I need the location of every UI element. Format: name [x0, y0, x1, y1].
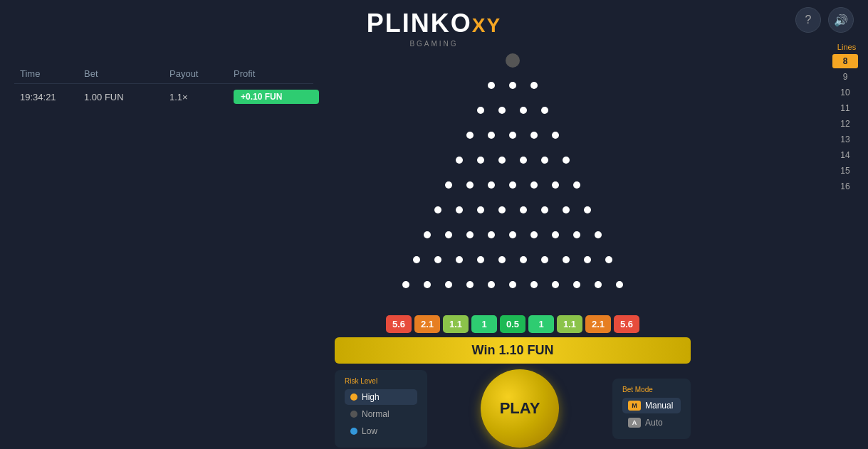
- line-option-13[interactable]: 13: [832, 132, 858, 147]
- svg-point-59: [552, 281, 559, 288]
- mode-manual[interactable]: M Manual: [622, 398, 681, 413]
- svg-point-30: [541, 206, 548, 213]
- mode-auto-label: Auto: [645, 418, 663, 428]
- multipliers-row: 5.6 2.1 1.1 1 0.5 1 1.1 2.1 5.6: [335, 315, 691, 333]
- svg-point-58: [530, 281, 538, 288]
- mult-2.1-right: 2.1: [585, 315, 611, 333]
- svg-point-15: [520, 157, 527, 164]
- risk-label: Risk Level: [345, 377, 417, 385]
- svg-point-56: [488, 281, 495, 288]
- svg-point-32: [584, 206, 591, 213]
- logo-text: PLINKOXY: [367, 9, 501, 38]
- svg-point-29: [520, 206, 527, 213]
- line-option-16[interactable]: 16: [832, 179, 858, 194]
- svg-point-43: [434, 256, 441, 263]
- lines-panel: Lines 8 9 10 11 12 13 14 15 16: [832, 43, 861, 195]
- play-button[interactable]: PLAY: [481, 369, 559, 448]
- svg-point-17: [563, 157, 570, 164]
- header-icons: ? 🔊: [795, 7, 854, 33]
- risk-normal[interactable]: Normal: [345, 406, 417, 422]
- row-bet: 1.00 FUN: [84, 92, 169, 102]
- mult-2.1-left: 2.1: [414, 315, 440, 333]
- mult-1.1-right: 1.1: [557, 315, 582, 333]
- risk-dot-high: [350, 393, 357, 401]
- svg-point-24: [573, 181, 580, 189]
- svg-point-10: [530, 132, 538, 139]
- svg-point-14: [498, 157, 506, 164]
- svg-point-48: [541, 256, 548, 263]
- svg-point-42: [413, 256, 420, 263]
- svg-point-22: [530, 181, 538, 189]
- svg-point-26: [456, 206, 463, 213]
- logo-plinko: PLINKO: [367, 9, 472, 38]
- row-payout: 1.1×: [169, 92, 234, 102]
- svg-point-28: [498, 206, 506, 213]
- table-header: Time Bet Payout Profit: [14, 64, 313, 84]
- line-option-12[interactable]: 12: [832, 117, 858, 131]
- svg-point-19: [466, 181, 474, 189]
- svg-point-16: [541, 157, 548, 164]
- manual-badge: M: [628, 401, 641, 411]
- line-option-15[interactable]: 15: [832, 164, 858, 178]
- line-option-9[interactable]: 9: [832, 70, 858, 84]
- mult-1-right: 1: [528, 315, 554, 333]
- history-table: Time Bet Payout Profit 19:34:21 1.00 FUN…: [14, 64, 313, 110]
- svg-point-61: [595, 281, 602, 288]
- plinko-ball: [506, 53, 520, 68]
- sound-icon: 🔊: [834, 14, 848, 27]
- help-button[interactable]: ?: [795, 7, 821, 33]
- line-option-10[interactable]: 10: [832, 85, 858, 100]
- line-option-8[interactable]: 8: [832, 54, 858, 68]
- risk-high[interactable]: High: [345, 389, 417, 405]
- svg-point-44: [456, 256, 463, 263]
- line-option-11[interactable]: 11: [832, 101, 858, 115]
- svg-point-20: [488, 181, 495, 189]
- sound-button[interactable]: 🔊: [828, 7, 854, 33]
- svg-point-36: [488, 231, 495, 238]
- controls-row: Risk Level High Normal Low PLAY Bet Mode…: [335, 369, 691, 448]
- svg-point-3: [477, 107, 484, 114]
- svg-point-27: [477, 206, 484, 213]
- svg-point-41: [595, 231, 602, 238]
- line-option-14[interactable]: 14: [832, 148, 858, 162]
- risk-high-label: High: [362, 392, 380, 402]
- svg-point-21: [509, 181, 516, 189]
- svg-point-54: [445, 281, 452, 288]
- col-bet: Bet: [84, 68, 169, 79]
- risk-normal-label: Normal: [362, 409, 389, 419]
- row-time: 19:34:21: [20, 92, 84, 102]
- svg-point-39: [552, 231, 559, 238]
- svg-point-49: [563, 256, 570, 263]
- col-payout: Payout: [169, 68, 234, 79]
- svg-point-40: [573, 231, 580, 238]
- logo-xy: XY: [472, 14, 501, 36]
- logo: PLINKOXY BGAMING: [367, 9, 501, 48]
- svg-point-62: [616, 281, 623, 288]
- risk-low[interactable]: Low: [345, 423, 417, 439]
- col-profit: Profit: [234, 68, 319, 79]
- mult-5.6-right: 5.6: [614, 315, 639, 333]
- bet-mode-panel: Bet Mode M Manual A Auto: [612, 379, 691, 439]
- win-banner: Win 1.10 FUN: [335, 337, 691, 364]
- svg-point-13: [477, 157, 484, 164]
- svg-point-50: [584, 256, 591, 263]
- svg-point-7: [466, 132, 474, 139]
- svg-point-1: [509, 82, 516, 89]
- table-row: 19:34:21 1.00 FUN 1.1× +0.10 FUN: [14, 84, 313, 110]
- col-time: Time: [20, 68, 84, 79]
- profit-badge: +0.10 FUN: [234, 90, 319, 104]
- svg-point-52: [402, 281, 409, 288]
- svg-point-4: [498, 107, 506, 114]
- mult-1.1-left: 1.1: [443, 315, 469, 333]
- svg-point-9: [509, 132, 516, 139]
- svg-point-6: [541, 107, 548, 114]
- game-area: 5.6 2.1 1.1 1 0.5 1 1.1 2.1 5.6 Win 1.10…: [335, 46, 691, 449]
- svg-point-55: [466, 281, 474, 288]
- mode-auto[interactable]: A Auto: [622, 415, 681, 430]
- svg-point-25: [434, 206, 441, 213]
- svg-point-51: [605, 256, 612, 263]
- lines-label: Lines: [832, 43, 861, 51]
- svg-point-23: [552, 181, 559, 189]
- svg-point-46: [498, 256, 506, 263]
- svg-point-0: [488, 82, 495, 89]
